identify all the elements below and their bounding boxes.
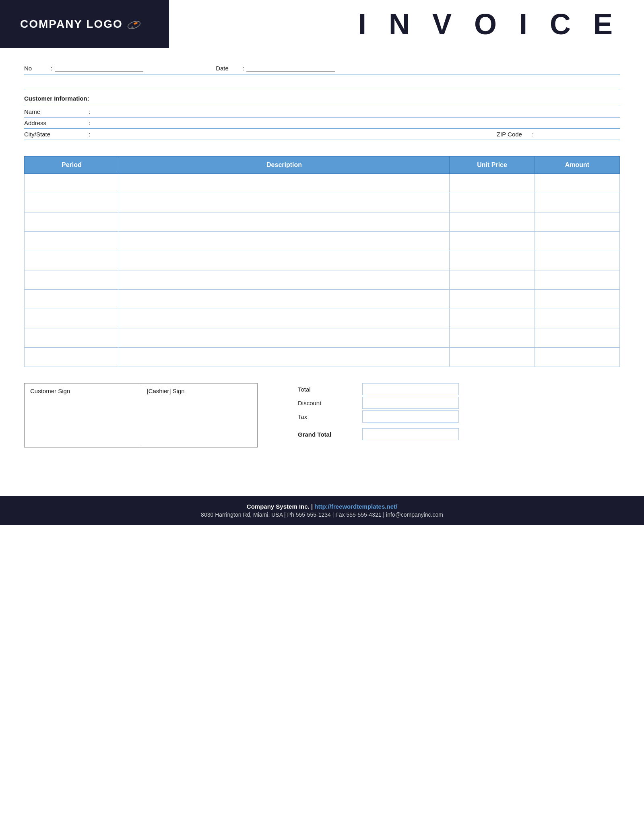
logo-text: COMPANY LOGO — [20, 16, 142, 32]
invoice-date-field: Date : — [216, 64, 335, 72]
total-spacer — [298, 424, 620, 428]
cell-unit-price[interactable] — [450, 232, 535, 251]
cell-period[interactable] — [25, 212, 119, 232]
cell-amount[interactable] — [535, 251, 619, 270]
customer-sign-cell: Customer Sign — [25, 384, 141, 447]
invoice-no-field: No : — [24, 64, 143, 72]
cell-description[interactable] — [119, 348, 450, 367]
cell-amount[interactable] — [535, 348, 619, 367]
totals-section: Total Discount Tax Grand Total — [274, 383, 620, 447]
cell-period[interactable] — [25, 232, 119, 251]
cell-description[interactable] — [119, 290, 450, 309]
customer-sign-label: Customer Sign — [30, 388, 135, 394]
main-content: No : Date : Customer Information: Name :… — [0, 48, 644, 488]
invoice-date-colon: : — [242, 65, 244, 72]
grand-total-row: Grand Total — [298, 428, 620, 440]
customer-section-title: Customer Information: — [24, 93, 620, 103]
customer-name-row: Name : — [24, 106, 620, 117]
cell-amount[interactable] — [535, 290, 619, 309]
cell-unit-price[interactable] — [450, 193, 535, 212]
invoice-title-area: I N V O I C E — [169, 0, 644, 48]
cell-period[interactable] — [25, 193, 119, 212]
cell-description[interactable] — [119, 328, 450, 348]
total-value-box[interactable] — [362, 383, 459, 395]
cell-period[interactable] — [25, 290, 119, 309]
customer-zip-colon: : — [531, 131, 533, 138]
footer-company: Company System Inc. — [247, 503, 310, 510]
invoice-date-value[interactable] — [246, 64, 335, 72]
svg-point-2 — [131, 27, 133, 29]
grand-total-value-box[interactable] — [362, 428, 459, 440]
cell-unit-price[interactable] — [450, 174, 535, 193]
table-header-row: Period Description Unit Price Amount — [25, 157, 620, 174]
page-footer: Company System Inc. | http://freewordtem… — [0, 496, 644, 525]
cell-amount[interactable] — [535, 328, 619, 348]
table-row — [25, 212, 620, 232]
cell-period[interactable] — [25, 348, 119, 367]
spacer-1 — [24, 78, 620, 90]
cell-period[interactable] — [25, 328, 119, 348]
cell-amount[interactable] — [535, 174, 619, 193]
cell-period[interactable] — [25, 174, 119, 193]
cell-description[interactable] — [119, 174, 450, 193]
customer-zip-label: ZIP Code — [497, 131, 529, 138]
cell-description[interactable] — [119, 251, 450, 270]
table-row — [25, 232, 620, 251]
cashier-sign-cell: [Cashier] Sign — [141, 384, 258, 447]
invoice-no-label: No — [24, 65, 48, 72]
bottom-section: Customer Sign [Cashier] Sign Total Disco… — [24, 383, 620, 447]
table-row — [25, 348, 620, 367]
customer-name-label: Name — [24, 108, 89, 115]
cell-unit-price[interactable] — [450, 251, 535, 270]
customer-address-colon: : — [89, 120, 90, 126]
cell-period[interactable] — [25, 251, 119, 270]
cell-description[interactable] — [119, 212, 450, 232]
col-header-description: Description — [119, 157, 450, 174]
col-header-period: Period — [25, 157, 119, 174]
invoice-table: Period Description Unit Price Amount — [24, 156, 620, 367]
customer-section: Customer Information: Name : Address : C… — [24, 90, 620, 140]
cell-period[interactable] — [25, 309, 119, 328]
tax-value-box[interactable] — [362, 410, 459, 423]
sign-box: Customer Sign [Cashier] Sign — [24, 383, 258, 447]
cell-unit-price[interactable] — [450, 290, 535, 309]
col-header-amount: Amount — [535, 157, 619, 174]
cell-description[interactable] — [119, 232, 450, 251]
discount-row: Discount — [298, 397, 620, 409]
discount-value-box[interactable] — [362, 397, 459, 409]
invoice-date-label: Date — [216, 65, 240, 72]
cell-unit-price[interactable] — [450, 328, 535, 348]
cell-amount[interactable] — [535, 212, 619, 232]
cell-period[interactable] — [25, 270, 119, 290]
svg-point-0 — [127, 20, 141, 30]
footer-url[interactable]: http://freewordtemplates.net/ — [314, 503, 397, 510]
cell-amount[interactable] — [535, 232, 619, 251]
logo-icon — [126, 16, 142, 32]
table-row — [25, 328, 620, 348]
cell-unit-price[interactable] — [450, 348, 535, 367]
cell-unit-price[interactable] — [450, 212, 535, 232]
cell-amount[interactable] — [535, 193, 619, 212]
customer-address-row: Address : — [24, 117, 620, 128]
cell-amount[interactable] — [535, 270, 619, 290]
footer-line1: Company System Inc. | http://freewordtem… — [8, 503, 636, 510]
cell-description[interactable] — [119, 270, 450, 290]
customer-city-row: City/State : ZIP Code : — [24, 128, 620, 140]
discount-label: Discount — [298, 400, 362, 406]
cell-unit-price[interactable] — [450, 309, 535, 328]
footer-line2: 8030 Harrington Rd, Miami, USA | Ph 555-… — [8, 511, 636, 518]
cell-description[interactable] — [119, 193, 450, 212]
invoice-no-colon: : — [51, 65, 52, 72]
invoice-title: I N V O I C E — [358, 8, 620, 41]
total-row: Total — [298, 383, 620, 395]
cell-description[interactable] — [119, 309, 450, 328]
invoice-no-value[interactable] — [55, 64, 143, 72]
cell-unit-price[interactable] — [450, 270, 535, 290]
cell-amount[interactable] — [535, 309, 619, 328]
customer-city-colon: : — [89, 131, 90, 138]
table-row — [25, 290, 620, 309]
col-header-unit-price: Unit Price — [450, 157, 535, 174]
table-row — [25, 193, 620, 212]
customer-address-label: Address — [24, 120, 89, 126]
table-row — [25, 251, 620, 270]
